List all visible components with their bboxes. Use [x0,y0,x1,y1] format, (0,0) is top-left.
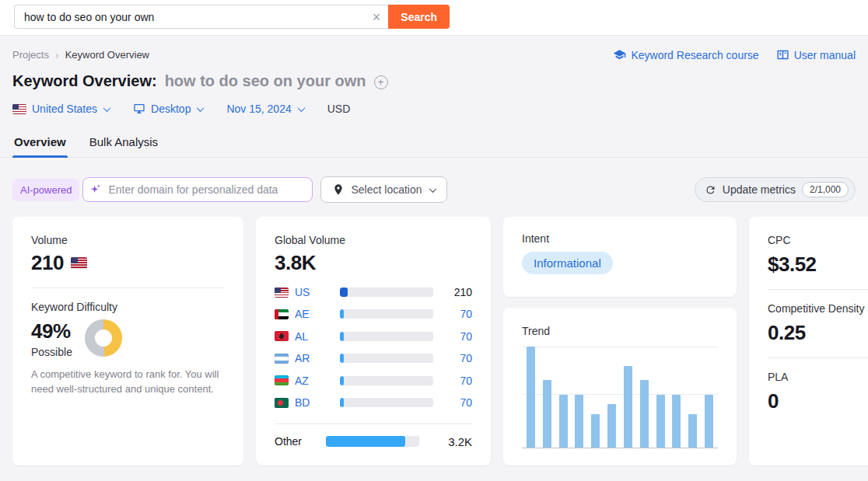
country-code-link[interactable]: AR [295,352,318,364]
volume-bar [340,288,433,297]
other-label: Other [275,435,326,448]
country-volume-value: 210 [454,286,472,298]
country-code-link[interactable]: AL [295,330,318,343]
country-volume-row: US 210 [275,283,472,301]
page-title-keyword: how to do seo on your own [165,72,366,90]
trend-bar [624,366,632,448]
trend-bar [607,404,616,448]
volume-bar [340,398,433,407]
trend-bar [672,395,681,448]
user-manual-link[interactable]: User manual [776,48,856,61]
device-filter-label: Desktop [151,103,191,115]
al-flag-icon [275,331,289,341]
breadcrumb-separator-icon: › [55,49,59,61]
divider [31,288,225,288]
country-code-link[interactable]: AE [295,308,318,320]
trend-card: Trend [503,308,737,465]
country-code-link[interactable]: US [295,286,318,298]
az-flag-icon [275,375,289,385]
breadcrumb: Projects › Keyword Overview [12,49,149,61]
chevron-down-icon [197,104,205,112]
us-flag-icon [12,104,26,114]
keyword-difficulty-level: Possible [31,346,72,358]
tab-bulk-analysis[interactable]: Bulk Analysis [88,131,159,157]
search-input[interactable] [14,5,388,29]
trend-bar [640,380,649,448]
cpc-value: $3.52 [768,253,868,277]
domain-input[interactable] [82,177,313,202]
keyword-difficulty-description: A competitive keyword to rank for. You w… [31,368,225,397]
trend-bar [688,414,697,448]
chevron-down-icon [429,185,436,193]
pla-value: 0 [768,389,868,413]
ae-flag-icon [275,309,289,319]
country-code-link[interactable]: AZ [295,375,318,387]
refresh-icon [705,184,716,196]
cpc-card: CPC $3.52 Competitive Density 0.25 PLA 0 [749,217,868,465]
volume-label: Volume [31,234,225,246]
volume-bar [326,436,419,447]
global-volume-card: Global Volume 3.8K US 210 AE 70 [256,217,491,465]
breadcrumb-projects[interactable]: Projects [12,49,49,61]
ai-powered-badge: AI-powered [12,179,79,201]
search-button[interactable]: Search [388,5,450,29]
chevron-down-icon [103,104,111,112]
update-quota-badge: 2/1,000 [802,182,849,197]
country-volume-value[interactable]: 70 [460,375,472,387]
country-volume-row: AE 70 [275,305,472,323]
trend-label: Trend [522,325,718,337]
volume-bar [340,376,433,385]
date-filter-label: Nov 15, 2024 [226,103,291,115]
trend-chart-bars [522,347,718,448]
sparkle-icon [89,183,102,196]
clear-search-icon[interactable]: × [373,10,381,24]
country-volume-value[interactable]: 70 [460,352,472,364]
intent-label: Intent [522,232,718,245]
country-volume-value[interactable]: 70 [460,308,472,320]
country-volume-row: AL 70 [275,327,472,346]
trend-chart [522,347,718,448]
top-search-bar: × Search [0,0,868,36]
device-filter[interactable]: Desktop [133,103,203,115]
global-volume-value: 3.8K [275,251,316,275]
trend-bar [527,347,535,448]
volume-bar [340,309,433,319]
keyword-research-course-link[interactable]: Keyword Research course [613,48,758,61]
monitor-icon [133,103,145,115]
page-title: Keyword Overview: [12,72,157,90]
country-volume-row: AZ 70 [275,371,472,390]
volume-value: 210 [31,251,64,275]
chevron-down-icon [297,104,305,112]
tabs: Overview Bulk Analysis [0,131,868,158]
location-pin-icon [332,183,345,196]
trend-bar [575,395,583,448]
country-volume-value[interactable]: 70 [460,330,472,343]
country-filter[interactable]: United States [12,103,110,115]
add-keyword-icon[interactable]: + [374,75,388,89]
select-location-label: Select location [351,183,422,196]
us-flag-icon [71,257,87,269]
pla-label: PLA [768,371,868,383]
country-volume-row: BD 70 [275,393,472,412]
country-filter-label: United States [32,103,97,115]
ar-flag-icon [275,354,289,364]
country-volume-value[interactable]: 70 [460,396,472,409]
course-link-label: Keyword Research course [631,49,758,61]
cpc-label: CPC [768,234,868,246]
global-volume-label: Global Volume [275,234,472,246]
country-volume-row: AR 70 [275,349,472,368]
competitive-density-value: 0.25 [768,321,868,345]
divider [768,289,868,290]
breadcrumb-keyword-overview: Keyword Overview [65,49,149,61]
country-code-link[interactable]: BD [295,396,318,409]
trend-bar [591,414,600,448]
date-filter[interactable]: Nov 15, 2024 [226,103,303,115]
select-location-button[interactable]: Select location [320,176,446,203]
update-metrics-button[interactable]: Update metrics 2/1,000 [695,177,856,202]
other-volume-value: 3.2K [448,435,472,448]
volume-bar [340,354,433,363]
tab-overview[interactable]: Overview [12,131,68,157]
manual-link-label: User manual [794,49,856,61]
currency-label: USD [327,103,351,115]
trend-bar [656,395,665,448]
